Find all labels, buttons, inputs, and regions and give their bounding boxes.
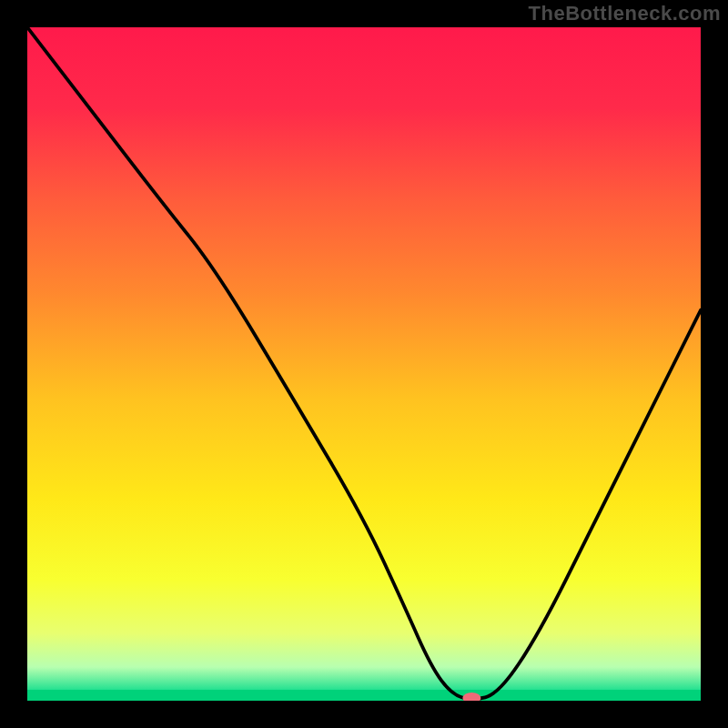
plot-area — [27, 27, 701, 701]
watermark-text: TheBottleneck.com — [529, 2, 721, 25]
bottleneck-chart — [27, 27, 701, 701]
gradient-background — [27, 27, 701, 701]
chart-frame: TheBottleneck.com — [0, 0, 728, 728]
green-baseline — [27, 690, 701, 701]
